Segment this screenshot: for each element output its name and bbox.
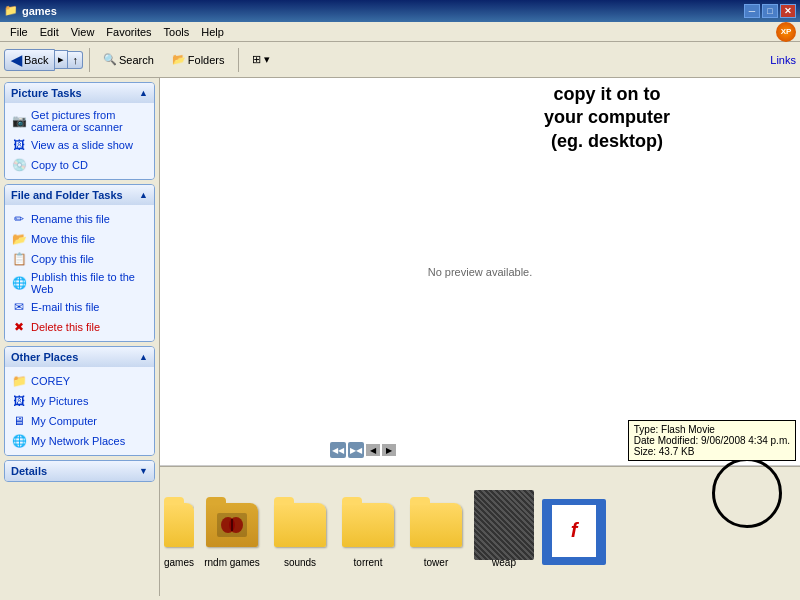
copy-file-item[interactable]: 📋 Copy this file [11,249,148,269]
thumb-item-torrent[interactable]: torrent [338,495,398,568]
details-collapse-icon: ▼ [139,466,148,476]
sounds-folder-icon [274,503,326,547]
tooltip-date: Date Modified: 9/06/2008 4:34 p.m. [634,435,790,446]
picture-tasks-body: 📷 Get pictures from camera or scanner 🖼 … [5,103,154,179]
corey-folder-icon: 📁 [11,373,27,389]
file-tasks-body: ✏ Rename this file 📂 Move this file 📋 Co… [5,205,154,341]
tower-folder-icon [410,503,462,547]
flash-file-icon [550,503,598,559]
move-file-item[interactable]: 📂 Move this file [11,229,148,249]
thumb-label-tower: tower [424,557,448,568]
cd-icon: 💿 [11,157,27,173]
thumbnail-strip: games rndm games [160,466,800,596]
slideshow-item[interactable]: 🖼 View as a slide show [11,135,148,155]
file-tasks-section: File and Folder Tasks ▲ ✏ Rename this fi… [4,184,155,342]
toolbar-separator-1 [89,48,90,72]
thumb-item-sounds[interactable]: sounds [270,495,330,568]
maximize-button[interactable]: □ [762,4,778,18]
view-button[interactable]: ⊞ ▾ [245,50,277,69]
delete-file-item[interactable]: ✖ Delete this file [11,317,148,337]
my-pictures-item[interactable]: 🖼 My Pictures [11,391,148,411]
tooltip-box: Type: Flash Movie Date Modified: 9/06/20… [628,420,796,461]
play-button[interactable]: ▶◀ [348,442,364,458]
toolbar: ◀ Back ▸ ↑ 🔍 Search 📂 Folders ⊞ ▾ Links [0,42,800,78]
menu-bar: File Edit View Favorites Tools Help XP [0,22,800,42]
thumb-label-games: games [164,557,194,568]
folders-icon: 📂 [172,53,186,66]
thumb-label-torrent: torrent [354,557,383,568]
menu-help[interactable]: Help [195,24,230,40]
toolbar-separator-2 [238,48,239,72]
other-places-body: 📁 COREY 🖼 My Pictures 🖥 My Computer 🌐 My… [5,367,154,455]
file-tasks-collapse-icon: ▲ [139,190,148,200]
menu-file[interactable]: File [4,24,34,40]
tooltip-type: Type: Flash Movie [634,424,790,435]
copy-to-cd-item[interactable]: 💿 Copy to CD [11,155,148,175]
up-button[interactable]: ↑ [68,51,83,69]
title-bar-buttons: ─ □ ✕ [744,4,796,18]
rewind-button[interactable]: ◀◀ [330,442,346,458]
thumb-label-sounds: sounds [284,557,316,568]
camera-icon: 📷 [11,113,27,129]
thumb-item-flash[interactable] [542,499,606,565]
corey-item[interactable]: 📁 COREY [11,371,148,391]
xp-logo: XP [776,22,796,42]
navigation-buttons: ◀ Back ▸ ↑ [4,49,83,71]
rename-file-item[interactable]: ✏ Rename this file [11,209,148,229]
forward-button[interactable]: ▸ [55,50,68,69]
publish-icon: 🌐 [11,275,27,291]
media-control-3[interactable]: ◀ [366,444,380,456]
details-label: Details [11,465,47,477]
email-icon: ✉ [11,299,27,315]
thumb-item-games-partial[interactable]: games [164,495,194,568]
left-panel: Picture Tasks ▲ 📷 Get pictures from came… [0,78,160,596]
annotation-text: copy it on to your computer (eg. desktop… [544,83,670,153]
window-title: games [22,5,744,17]
menu-edit[interactable]: Edit [34,24,65,40]
thumb-label-rndm: rndm games [204,557,260,568]
publish-file-item[interactable]: 🌐 Publish this file to the Web [11,269,148,297]
slideshow-icon: 🖼 [11,137,27,153]
my-network-item[interactable]: 🌐 My Network Places [11,431,148,451]
folders-button[interactable]: 📂 Folders [165,50,232,69]
menu-favorites[interactable]: Favorites [100,24,157,40]
no-preview-text: No preview available. [428,266,533,278]
back-arrow-icon: ◀ [11,52,22,68]
media-control-4[interactable]: ▶ [382,444,396,456]
file-tasks-header[interactable]: File and Folder Tasks ▲ [5,185,154,205]
get-pictures-item[interactable]: 📷 Get pictures from camera or scanner [11,107,148,135]
window-icon: 📁 [4,4,18,18]
tooltip-size: Size: 43.7 KB [634,446,790,457]
email-file-item[interactable]: ✉ E-mail this file [11,297,148,317]
search-button[interactable]: 🔍 Search [96,50,161,69]
preview-area: No preview available. [160,78,800,466]
other-places-label: Other Places [11,351,78,363]
minimize-button[interactable]: ─ [744,4,760,18]
other-places-collapse-icon: ▲ [139,352,148,362]
thumb-item-rndm[interactable]: rndm games [202,495,262,568]
links-label: Links [770,54,796,66]
svg-rect-2 [231,519,233,531]
media-controls: ◀◀ ▶◀ ◀ ▶ [330,442,396,458]
torrent-folder-icon [342,503,394,547]
back-button[interactable]: ◀ Back [4,49,55,71]
rename-icon: ✏ [11,211,27,227]
menu-tools[interactable]: Tools [158,24,196,40]
picture-tasks-section: Picture Tasks ▲ 📷 Get pictures from came… [4,82,155,180]
other-places-section: Other Places ▲ 📁 COREY 🖼 My Pictures 🖥 M… [4,346,155,456]
main-layout: Picture Tasks ▲ 📷 Get pictures from came… [0,78,800,596]
my-computer-item[interactable]: 🖥 My Computer [11,411,148,431]
picture-tasks-header[interactable]: Picture Tasks ▲ [5,83,154,103]
weap-icon [474,490,534,560]
picture-tasks-label: Picture Tasks [11,87,82,99]
search-icon: 🔍 [103,53,117,66]
close-button[interactable]: ✕ [780,4,796,18]
move-icon: 📂 [11,231,27,247]
thumb-item-tower[interactable]: tower [406,495,466,568]
menu-view[interactable]: View [65,24,101,40]
details-header[interactable]: Details ▼ [5,461,154,481]
other-places-header[interactable]: Other Places ▲ [5,347,154,367]
my-computer-icon: 🖥 [11,413,27,429]
rndm-folder-icon [206,503,258,547]
thumb-item-weap[interactable]: weap [474,495,534,568]
